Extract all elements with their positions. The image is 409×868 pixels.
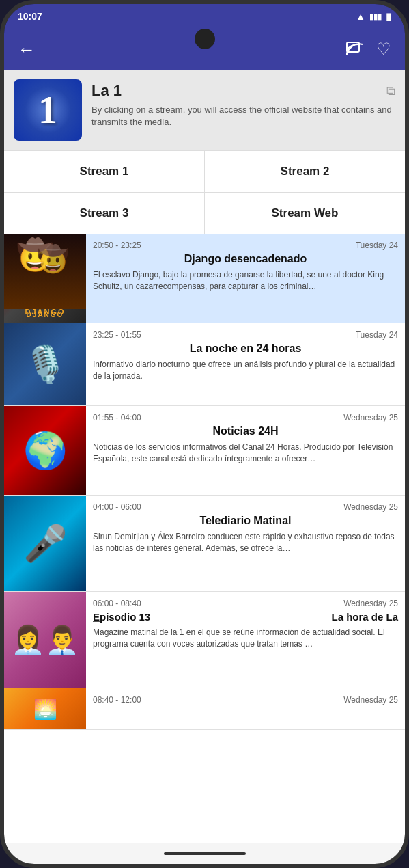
program-item[interactable]: 👩‍💼👨‍💼 06:00 - 08:40 Wednesday 25 Episod… <box>4 592 405 688</box>
program-item[interactable]: 🎙️ 23:25 - 01:55 Tuesday 24 La noche en … <box>4 323 405 406</box>
program-time-row: 23:25 - 01:55 Tuesday 24 <box>93 330 398 340</box>
phone-frame: 10:07 ▲ ▮▮▮ ▮ ← ♡ 1 <box>0 0 409 868</box>
channel-name: La 1 <box>91 82 122 100</box>
program-thumbnail: 🌍 <box>4 406 86 495</box>
program-content: 20:50 - 23:25 Tuesday 24 Django desencad… <box>86 234 405 323</box>
program-day: Wednesday 25 <box>343 502 398 512</box>
signal-icon: ▮▮▮ <box>369 12 382 21</box>
program-title: Telediario Matinal <box>93 515 398 527</box>
program-title: Noticias 24H <box>93 425 398 437</box>
program-time-row: 06:00 - 08:40 Wednesday 25 <box>93 599 398 608</box>
camera-notch <box>195 29 215 49</box>
back-button[interactable]: ← <box>18 39 36 60</box>
wifi-icon: ▲ <box>356 11 365 22</box>
program-title: La noche en 24 horas <box>93 342 398 355</box>
cast-icon[interactable] <box>346 40 364 59</box>
stream-web-button[interactable]: Stream Web <box>205 193 405 234</box>
program-title-left: Episodio 13 <box>93 611 150 623</box>
presenter-icon: 🎤 <box>23 523 68 565</box>
stream-3-button[interactable]: Stream 3 <box>4 193 204 234</box>
program-time-row: 04:00 - 06:00 Wednesday 25 <box>93 502 398 512</box>
battery-icon: ▮ <box>386 11 391 22</box>
channel-header: 1 La 1 ⧉ By clicking on a stream, you wi… <box>4 70 405 150</box>
program-description: Sirun Demirjian y Álex Barreiro conducen… <box>93 531 398 554</box>
status-icons: ▲ ▮▮▮ ▮ <box>356 11 391 22</box>
anchor-icon: 🎙️ <box>23 344 68 385</box>
program-time: 08:40 - 12:00 <box>93 695 141 705</box>
channel-logo: 1 <box>14 79 82 141</box>
program-time: 20:50 - 23:25 <box>93 241 141 250</box>
program-content: 23:25 - 01:55 Tuesday 24 La noche en 24 … <box>86 323 405 405</box>
program-day: Tuesday 24 <box>356 330 398 340</box>
external-link-icon[interactable]: ⧉ <box>386 84 395 98</box>
stream-2-button[interactable]: Stream 2 <box>205 151 405 192</box>
thumbnail-bg: 🤠 🤠 <box>4 234 86 309</box>
program-thumbnail: 🎤 <box>4 496 86 591</box>
program-list: 🤠 🤠 DJANGO 20:50 - 23:25 Tuesday 24 Djan… <box>4 234 405 843</box>
program-time: 06:00 - 08:40 <box>93 599 141 608</box>
program-day: Wednesday 25 <box>343 413 398 422</box>
program-description: El esclavo Django, bajo la promesa de ga… <box>93 269 398 293</box>
favorite-icon[interactable]: ♡ <box>376 40 391 59</box>
program-thumbnail: 👩‍💼👨‍💼 <box>4 592 86 688</box>
program-item[interactable]: 🌅 08:40 - 12:00 Wednesday 25 <box>4 688 405 730</box>
stream-1-button[interactable]: Stream 1 <box>4 151 204 192</box>
program-thumbnail: 🌅 <box>4 688 86 729</box>
program-content: 06:00 - 08:40 Wednesday 25 Episodio 13 L… <box>86 592 405 688</box>
bottom-bar <box>4 843 405 864</box>
program-description: Magazine matinal de la 1 en el que se re… <box>93 627 398 650</box>
program-thumbnail: 🎙️ <box>4 323 86 405</box>
program-description: Informativo diario nocturno que ofrece u… <box>93 359 398 382</box>
program-description: Noticias de los servicios informativos d… <box>93 442 398 465</box>
program-title-right: La hora de La <box>331 611 398 623</box>
program-time-row: 20:50 - 23:25 Tuesday 24 <box>93 241 398 250</box>
channel-description: By clicking on a stream, you will access… <box>91 104 395 128</box>
program-title: Django desencadenado <box>93 253 398 265</box>
program-thumbnail: 🤠 🤠 DJANGO <box>4 234 86 323</box>
status-bar: 10:07 ▲ ▮▮▮ ▮ <box>4 4 405 29</box>
home-indicator <box>164 852 246 855</box>
program-time: 01:55 - 04:00 <box>93 413 141 422</box>
channel-number: 1 <box>38 88 57 132</box>
program-time-row: 08:40 - 12:00 Wednesday 25 <box>93 695 398 705</box>
program-item[interactable]: 🌍 01:55 - 04:00 Wednesday 25 Noticias 24… <box>4 406 405 496</box>
program-item[interactable]: 🎤 04:00 - 06:00 Wednesday 25 Telediario … <box>4 496 405 592</box>
program-day: Tuesday 24 <box>356 241 398 250</box>
channel-name-row: La 1 ⧉ <box>91 82 395 100</box>
svg-point-1 <box>346 53 348 55</box>
action-icons: ♡ <box>346 40 391 59</box>
globe-icon: 🌍 <box>23 430 68 472</box>
channel-info: La 1 ⧉ By clicking on a stream, you will… <box>91 79 395 128</box>
program-content: 08:40 - 12:00 Wednesday 25 <box>86 688 405 729</box>
program-item[interactable]: 🤠 🤠 DJANGO 20:50 - 23:25 Tuesday 24 Djan… <box>4 234 405 323</box>
program-day: Wednesday 25 <box>343 599 398 608</box>
program-day: Wednesday 25 <box>343 695 398 705</box>
program-content: 01:55 - 04:00 Wednesday 25 Noticias 24H … <box>86 406 405 495</box>
program-time-row: 01:55 - 04:00 Wednesday 25 <box>93 413 398 422</box>
program-time: 04:00 - 06:00 <box>93 502 141 512</box>
program-title-row: Episodio 13 La hora de La <box>93 611 398 623</box>
time: 10:07 <box>18 11 42 22</box>
program-time: 23:25 - 01:55 <box>93 330 141 340</box>
program-content: 04:00 - 06:00 Wednesday 25 Telediario Ma… <box>86 496 405 591</box>
stream-buttons-grid: Stream 1 Stream 2 Stream 3 Stream Web <box>4 150 405 234</box>
